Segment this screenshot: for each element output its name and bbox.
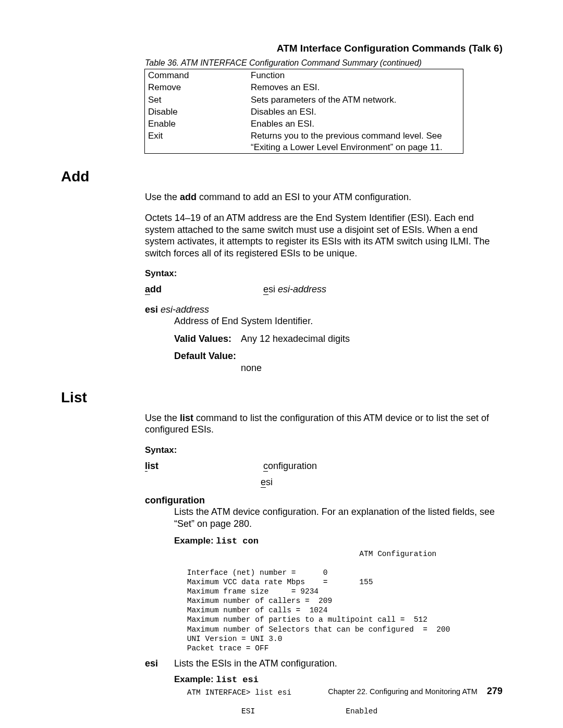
table-row: DisableDisables an ESI. [145, 106, 463, 118]
body-text: Use the add command to add an ESI to you… [145, 191, 501, 260]
text: command to add an ESI to your ATM config… [197, 192, 411, 202]
table-row: RemoveRemoves an ESI. [145, 81, 463, 93]
text: Use the [145, 413, 180, 423]
section-heading-add: Add [61, 168, 563, 185]
cell-command: Set [145, 94, 248, 106]
example-word: Example: [174, 674, 214, 684]
definition-term: esi esi-address [145, 304, 563, 315]
valid-values-label: Valid Values: [174, 333, 241, 345]
footer-chapter: Chapter 22. Configuring and Monitoring A… [328, 687, 478, 696]
definition-term-configuration: configuration [145, 495, 563, 506]
bold-command: add [180, 192, 197, 202]
syntax-cmd-rest: ist [148, 461, 158, 471]
syntax-opt-rest: onfiguration [268, 461, 317, 471]
footer-page-number: 279 [487, 686, 503, 696]
cell-command: Remove [145, 81, 248, 93]
term-bold: esi [145, 304, 158, 315]
syntax-row-list: list configuration [145, 461, 563, 472]
syntax-label: Syntax: [145, 445, 563, 455]
table-caption: Table 36. ATM INTERFACE Configuration Co… [145, 58, 563, 68]
page-footer: Chapter 22. Configuring and Monitoring A… [328, 686, 503, 697]
table-row: SetSets parameters of the ATM network. [145, 94, 463, 106]
desc-text: Lists the ESIs in the ATM configuration. [174, 658, 337, 669]
cell-command-header: Command [145, 69, 248, 82]
term-italic: esi-address [158, 304, 209, 315]
section-heading-list: List [61, 389, 563, 406]
paragraph: Octets 14–19 of an ATM address are the E… [145, 212, 501, 259]
definition-term-esi: esiLists the ESIs in the ATM configurati… [145, 658, 501, 669]
syntax-cmd-underline: a [145, 284, 150, 295]
text: command to list the configuration of thi… [145, 413, 489, 435]
text: Use the [145, 192, 180, 202]
definition-desc: Address of End System Identifier. Valid … [174, 315, 501, 375]
running-header: ATM Interface Configuration Commands (Ta… [277, 43, 503, 54]
term-bold: esi [145, 658, 174, 669]
cell-function: Removes an ESI. [248, 81, 463, 93]
syntax-arg-italic: esi-address [278, 284, 326, 294]
example-label: Example: list esi [174, 674, 563, 685]
definition-desc-configuration: Lists the ATM device configuration. For … [174, 506, 501, 530]
example-label: Example: list con [174, 536, 563, 546]
table-row: ExitReturns you to the previous command … [145, 130, 463, 153]
table-row: EnableEnables an ESI. [145, 118, 463, 130]
example-word: Example: [174, 536, 214, 546]
body-text: Use the list command to list the configu… [145, 412, 501, 436]
example-command: list con [216, 536, 259, 546]
cell-function: Sets parameters of the ATM network. [248, 94, 463, 106]
command-summary-table: CommandFunction RemoveRemoves an ESI. Se… [144, 69, 463, 154]
syntax-label: Syntax: [145, 268, 563, 279]
console-output-list-con: ATM Configuration Interface (net) number… [182, 549, 563, 653]
syntax-row-add: add esi esi-address [145, 284, 563, 295]
table-row: CommandFunction [145, 69, 463, 82]
valid-values-value: Any 12 hexadecimal digits [241, 334, 350, 344]
syntax-option-esi: esi [261, 477, 563, 488]
cell-function: Disables an ESI. [248, 106, 463, 118]
default-value-label: Default Value: [174, 350, 241, 362]
cell-command: Disable [145, 106, 248, 118]
bold-command: list [180, 413, 193, 423]
syntax-cmd-rest: dd [150, 284, 162, 294]
cell-function: Returns you to the previous command leve… [248, 130, 463, 153]
desc-text: Address of End System Identifier. [174, 315, 501, 327]
cell-command: Enable [145, 118, 248, 130]
desc-text: Lists the ATM device configuration. For … [174, 506, 501, 530]
syntax-opt-underline: c [263, 461, 268, 472]
cell-function: Enables an ESI. [248, 118, 463, 130]
example-command: list esi [216, 675, 259, 685]
cell-function-header: Function [248, 69, 463, 82]
syntax-arg-underline: e [263, 284, 268, 295]
syntax-arg-plain: si [268, 284, 278, 294]
cell-command: Exit [145, 130, 248, 153]
default-value-value: none [241, 362, 501, 374]
syntax-opt-underline: e [261, 477, 266, 488]
syntax-opt-rest: si [266, 477, 273, 487]
